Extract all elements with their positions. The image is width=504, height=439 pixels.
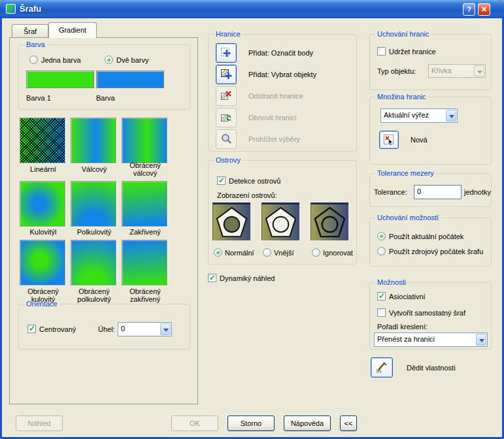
- separate-hatch-checkbox[interactable]: [377, 308, 386, 317]
- view-selections-button: [216, 129, 237, 149]
- tile-label: Lineární: [17, 165, 69, 173]
- recreate-boundary-button: [216, 108, 237, 127]
- associative-checkbox[interactable]: [377, 292, 386, 301]
- new-boundary-set-button[interactable]: [379, 131, 399, 149]
- dynamic-preview-checkbox[interactable]: [208, 274, 216, 282]
- associative-label: Asiociativní: [389, 293, 426, 301]
- islands-group-title: Ostrovy: [214, 156, 243, 164]
- boundary-group-title: Hranice: [214, 30, 243, 38]
- one-color-label: Jedna barva: [41, 56, 81, 64]
- inherit-properties-label: Dědit vlastnosti: [407, 364, 456, 372]
- island-display-label: Zobrazení ostrovů:: [217, 191, 277, 199]
- one-color-radio[interactable]: [29, 56, 38, 64]
- help-icon[interactable]: ?: [463, 3, 475, 16]
- boundary-set-combobox[interactable]: Aktuální výřez: [380, 108, 458, 123]
- two-colors-radio[interactable]: [105, 56, 113, 64]
- island-outer-radio[interactable]: [263, 248, 271, 257]
- object-type-label: Typ objektu:: [377, 67, 416, 75]
- new-selection-icon: [383, 134, 395, 146]
- add-pick-points-button[interactable]: [216, 43, 237, 63]
- recreate-boundary-icon: [220, 112, 232, 123]
- tile-label: Kulovitýl: [17, 228, 69, 236]
- tab-sraf[interactable]: Šraf: [12, 24, 48, 38]
- draw-order-combobox[interactable]: Přenést za hranici: [374, 333, 488, 347]
- app-icon: [6, 4, 16, 14]
- inherit-properties-icon: [375, 361, 388, 374]
- island-normal-label: Normální: [225, 249, 254, 257]
- use-source-origin-radio[interactable]: [377, 247, 386, 255]
- tile-inverted-hemispherical[interactable]: [71, 240, 116, 285]
- object-type-combobox: Křivka: [428, 64, 486, 78]
- color1-label: Barva 1: [26, 94, 51, 102]
- dynamic-preview-label: Dynamiký náhled: [220, 274, 275, 282]
- tile-hemispherical[interactable]: [71, 181, 116, 227]
- island-normal-radio[interactable]: [214, 248, 222, 257]
- island-ignore-label: Ignorovat: [323, 249, 353, 257]
- new-boundary-set-label: Nová: [411, 136, 428, 144]
- island-detection-checkbox[interactable]: [217, 176, 226, 185]
- title-bar[interactable]: Šrafu ? ✕: [0, 0, 504, 18]
- boundary-set-value: Aktuální výřez: [384, 111, 429, 119]
- tile-cylinder[interactable]: [71, 118, 116, 163]
- tile-inverted-spherical[interactable]: [20, 240, 65, 285]
- chevron-down-icon[interactable]: [446, 110, 456, 122]
- color2-label: Barva: [96, 94, 115, 102]
- preview-button: Náhled: [16, 415, 63, 431]
- tolerance-input[interactable]: 0: [414, 185, 462, 199]
- tile-linear[interactable]: [20, 118, 65, 163]
- tile-label: Válcový: [68, 165, 120, 173]
- remove-boundaries-button: [216, 86, 237, 106]
- use-current-origin-label: Použít aktuální počátek: [389, 233, 463, 240]
- origin-group: Uchování možností: [369, 218, 492, 267]
- tile-label: Polkulovitý: [68, 228, 120, 236]
- origin-group-title: Uchování možností: [375, 214, 441, 221]
- view-selections-label: Prohlížet výběry: [248, 135, 300, 143]
- ok-button: OK: [171, 415, 218, 431]
- tile-curved[interactable]: [122, 181, 167, 227]
- help-button[interactable]: Nápověda: [284, 415, 331, 431]
- two-colors-label: Dvě barvy: [116, 56, 149, 64]
- object-type-value: Křivka: [431, 67, 452, 74]
- tile-label: Obrácený kulovitý: [17, 287, 69, 303]
- tolerance-label: Tolerance:: [374, 188, 407, 196]
- tile-inverted-cylinder[interactable]: [122, 118, 167, 163]
- draw-order-value: Přenést za hranici: [377, 335, 435, 343]
- centered-label: Centrovaný: [39, 325, 76, 333]
- tile-label: Zakřivený: [119, 228, 171, 236]
- inherit-properties-button[interactable]: [371, 357, 393, 378]
- tile-spherical[interactable]: [20, 181, 65, 227]
- tile-label: Obrácený polkulovitý: [68, 287, 120, 303]
- chevron-down-icon: [474, 65, 484, 76]
- separate-hatch-label: Vytvořit samostatný šraf: [389, 309, 465, 317]
- use-current-origin-radio[interactable]: [377, 232, 386, 240]
- retain-boundaries-checkbox[interactable]: [377, 47, 386, 56]
- retain-boundaries-label: Udržet hranice: [389, 48, 436, 56]
- cancel-button[interactable]: Storno: [227, 415, 275, 431]
- angle-value: 0: [121, 325, 125, 333]
- island-detection-label: Detekce ostrovů: [229, 177, 280, 185]
- remove-boundaries-label: Odstranit hranice: [248, 92, 303, 100]
- island-outer-icon: [262, 204, 299, 242]
- island-ignore-icon: [311, 204, 348, 242]
- centered-checkbox[interactable]: [27, 325, 36, 333]
- select-objects-icon: [220, 69, 232, 80]
- color1-swatch[interactable]: [26, 71, 94, 88]
- add-pick-points-label: Přidat: Označit body: [248, 49, 313, 57]
- island-outer-image[interactable]: [261, 203, 299, 240]
- color2-swatch[interactable]: [96, 71, 164, 88]
- add-select-objects-button[interactable]: [216, 65, 237, 84]
- options-group-title: Možnosti: [375, 278, 408, 286]
- chevron-down-icon[interactable]: [160, 323, 171, 335]
- tab-gradient[interactable]: Gradient: [48, 22, 97, 38]
- island-ignore-image[interactable]: [311, 203, 348, 240]
- tile-inverted-curved[interactable]: [122, 240, 167, 285]
- tolerance-units-label: jednotky: [464, 188, 491, 196]
- close-icon[interactable]: ✕: [478, 3, 490, 16]
- angle-combobox[interactable]: 0: [118, 322, 172, 336]
- chevron-down-icon[interactable]: [476, 334, 486, 346]
- collapse-button[interactable]: <<: [340, 415, 357, 431]
- color-group-title: Barva: [24, 41, 47, 48]
- island-ignore-radio[interactable]: [312, 248, 320, 257]
- island-normal-image[interactable]: [212, 203, 250, 240]
- angle-label: Úhel:: [98, 325, 115, 333]
